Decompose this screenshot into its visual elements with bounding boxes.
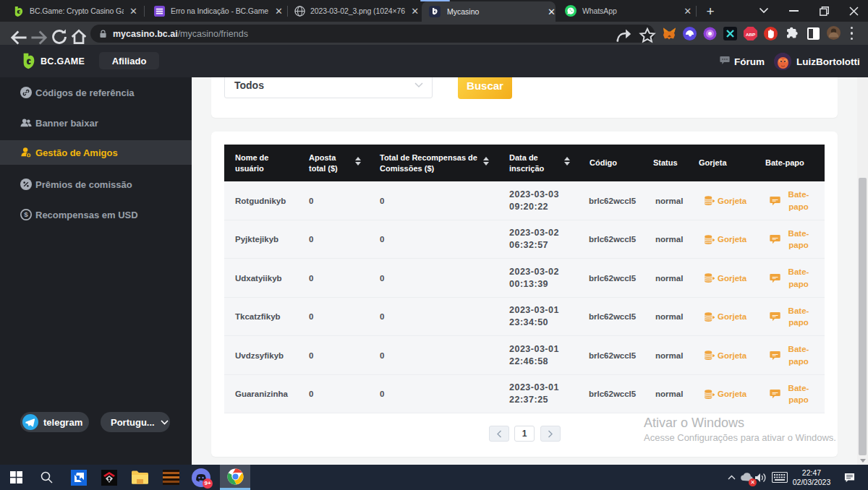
svg-text:$: $	[24, 210, 28, 218]
svg-text:ABP: ABP	[746, 32, 755, 37]
